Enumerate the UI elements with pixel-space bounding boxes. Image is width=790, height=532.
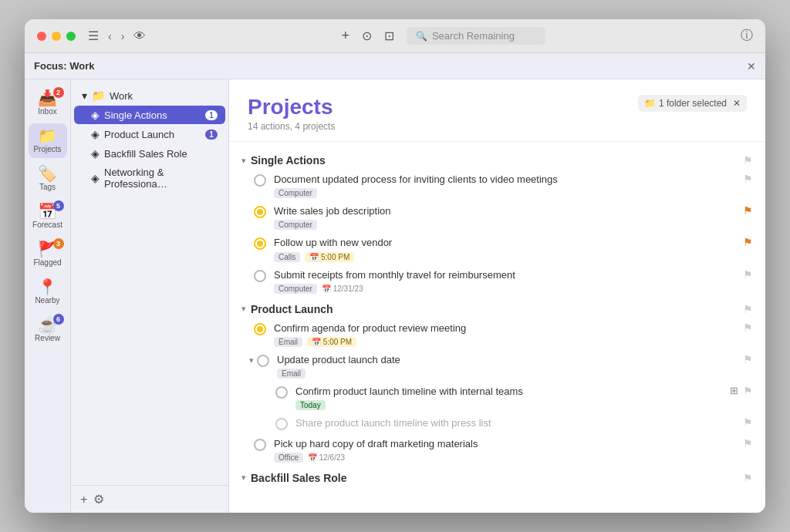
sync-icon[interactable]: ⊙ [362,29,372,43]
flagged-badge: 3 [53,238,64,249]
folder-selected-icon: 📁 [644,98,656,109]
task-tags: Today [295,400,725,410]
task-content: Confirm product launch timeline with int… [295,385,725,410]
tag-calls[interactable]: Calls [274,252,300,262]
task-row[interactable]: Follow up with new vendor Calls 📅 5:00 P… [229,233,765,264]
sidebar-item-inbox[interactable]: 2 📥 Inbox [29,86,67,120]
nav-item-single-actions[interactable]: ◈ Single Actions 1 [74,106,225,124]
task-flag-icon: ⚑ [743,173,753,185]
add-icon[interactable]: + [341,28,349,44]
tag-email[interactable]: Email [274,337,302,347]
sidebar-item-forecast[interactable]: 5 📅 Forecast [29,199,67,234]
minimize-button[interactable] [52,32,61,41]
nav-item-product-launch[interactable]: ◈ Product Launch 1 [74,125,225,143]
task-check-half[interactable] [254,237,266,250]
task-check[interactable] [254,439,266,451]
content-title-block: Projects 14 actions, 4 projects [248,95,335,132]
tag-computer[interactable]: Computer [274,220,317,230]
sidebar-toggle-icon[interactable]: ☰ [88,29,99,43]
tag-computer[interactable]: Computer [274,284,317,294]
eye-icon[interactable]: 👁 [133,29,146,43]
task-tags: Office 📅 12/6/23 [274,453,738,463]
maximize-button[interactable] [66,32,76,41]
section-header-single-actions[interactable]: ▾ Single Actions ⚑ [229,148,765,170]
task-check[interactable] [275,418,288,430]
folder-selected-close[interactable]: ✕ [733,98,741,109]
sidebar-item-projects[interactable]: 📁 Projects [29,123,67,158]
search-bar[interactable]: 🔍 Search Remaining [407,27,545,45]
expand-chevron-icon: ▾ [249,355,254,365]
tag-office[interactable]: Office [274,453,303,463]
task-check-half[interactable] [254,323,266,335]
task-flag-icon: ⚑ [743,268,753,281]
title-bar-actions: ☰ ‹ › 👁 [88,29,146,43]
task-row[interactable]: Pick up hard copy of draft marketing mat… [229,434,765,466]
section-title-backfill: Backfill Sales Role [251,472,743,484]
forecast-badge: 5 [53,200,64,211]
networking-icon: ◈ [91,172,100,184]
info-icon[interactable]: ⓘ [741,29,753,42]
sidebar-item-review[interactable]: 6 ☕ Review [29,312,67,347]
settings-button[interactable]: ⚙ [93,492,104,507]
task-row[interactable]: Document updated process for inviting cl… [229,170,765,201]
section-flag-icon: ⚑ [743,472,753,484]
task-tags: Calls 📅 5:00 PM [274,252,738,262]
task-check[interactable] [254,174,266,187]
sidebar-item-nearby[interactable]: 📍 Nearby [29,274,67,309]
add-project-button[interactable]: + [80,493,87,507]
task-check-half[interactable] [254,206,266,218]
focus-close-button[interactable]: ✕ [747,60,756,72]
back-icon[interactable]: ‹ [108,30,112,42]
nav-networking-label: Networking & Professiona… [104,167,218,190]
forward-icon[interactable]: › [121,30,125,42]
sidebar-item-tags[interactable]: 🏷️ Tags [29,161,67,196]
product-launch-badge: 1 [205,130,218,140]
task-row-expandable[interactable]: ▾ Update product launch date Email ⚑ [229,350,765,382]
tag-computer[interactable]: Computer [274,188,317,198]
section-chevron-icon: ▾ [241,156,246,166]
icon-sidebar: 2 📥 Inbox 📁 Projects 🏷️ Tags 5 📅 Forecas… [25,79,71,513]
nearby-icon: 📍 [38,279,57,295]
nav-work-label: Work [110,90,218,102]
nav-item-networking[interactable]: ◈ Networking & Professiona… [74,163,225,193]
tag-email[interactable]: Email [277,369,306,379]
task-row[interactable]: Write sales job description Computer ⚑ [229,201,765,233]
section-header-product-launch[interactable]: ▾ Product Launch ⚑ [229,297,765,318]
review-badge: 6 [53,314,64,325]
task-title: Submit receipts from monthly travel for … [274,268,738,282]
projects-label: Projects [33,145,61,153]
task-flag-icon: ⚑ [743,385,753,397]
section-title-single-actions: Single Actions [251,154,743,167]
nav-product-launch-label: Product Launch [104,129,205,140]
focus-bar: Focus: Work ✕ [25,53,765,79]
section-flag-icon: ⚑ [743,154,753,167]
task-flag-icon: ⚑ [743,353,753,365]
task-check[interactable] [257,355,269,367]
page-title: Projects [248,95,335,120]
task-row-subtask-muted[interactable]: Share product launch timeline with press… [229,413,765,433]
focus-label: Focus: Work [34,60,95,72]
task-row[interactable]: Submit receipts from monthly travel for … [229,265,765,297]
nav-item-work[interactable]: ▾ 📁 Work [74,86,225,105]
task-title: Write sales job description [274,204,738,218]
chevron-down-icon: ▾ [82,89,87,102]
section-header-backfill[interactable]: ▾ Backfill Sales Role ⚑ [229,466,765,487]
frame-icon[interactable]: ⊡ [384,29,394,43]
task-row-subtask[interactable]: Confirm product launch timeline with int… [229,382,765,413]
tag-date-normal: 📅 12/31/23 [322,285,363,293]
nav-item-backfill-sales[interactable]: ◈ Backfill Sales Role [74,144,225,163]
main-window: ☰ ‹ › 👁 + ⊙ ⊡ 🔍 Search Remaining ⓘ Focus… [25,19,765,513]
nav-footer: + ⚙ [71,485,228,513]
main-layout: 2 📥 Inbox 📁 Projects 🏷️ Tags 5 📅 Forecas… [25,79,765,513]
task-tags: Computer [274,188,738,198]
task-tags: Email [277,369,738,379]
task-check[interactable] [254,270,266,282]
forecast-label: Forecast [32,221,62,229]
task-tags: Computer 📅 12/31/23 [274,284,738,294]
sidebar-item-flagged[interactable]: 3 🚩 Flagged [29,237,67,271]
task-content: Update product launch date Email [277,353,738,379]
task-check[interactable] [275,386,288,399]
close-button[interactable] [37,32,46,41]
task-row[interactable]: Confirm agenda for product review meetin… [229,318,765,350]
task-list: ▾ Single Actions ⚑ Document updated proc… [229,142,765,513]
